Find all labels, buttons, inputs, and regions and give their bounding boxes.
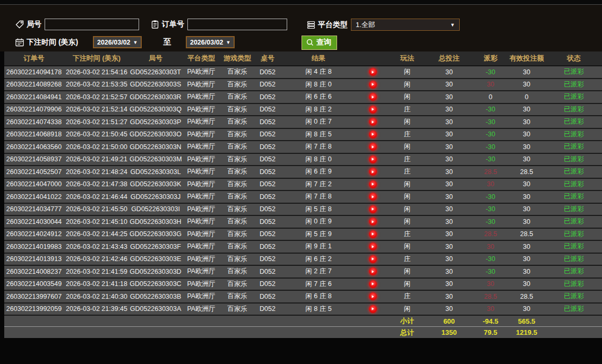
play-type-cell: 闲 — [390, 141, 425, 153]
replay-cell — [356, 128, 390, 141]
video-replay-icon[interactable] — [369, 230, 377, 238]
order-number-cell: 260302214034777 — [4, 203, 64, 216]
bet-time-cell: 2026-03-02 21:51:27 — [64, 116, 130, 128]
round-number-cell: GD0522630303B — [130, 290, 182, 303]
status-cell: 已派彩 — [546, 141, 602, 153]
video-replay-icon[interactable] — [369, 242, 377, 250]
payout-cell: 0 — [474, 91, 508, 103]
total-bet-cell: 30 — [425, 228, 474, 241]
table-row: 260302214030044 2026-03-02 21:45:10 GD05… — [4, 215, 602, 228]
result-cell: 闲 8 庄 2 — [281, 103, 356, 116]
total-bet-cell: 30 — [425, 91, 474, 103]
video-replay-icon[interactable] — [369, 280, 377, 288]
round-input[interactable] — [45, 19, 139, 30]
platform-type-cell: PA欧洲厅 — [182, 91, 221, 103]
valid-bet-cell: 30 — [508, 66, 546, 79]
result-cell: 闲 5 庄 9 — [281, 228, 356, 241]
tag-icon — [15, 20, 24, 29]
round-number-cell: GD0522630303Q — [130, 103, 182, 116]
date-to-picker[interactable]: 2026/03/02 ▼ — [186, 36, 235, 48]
bet-time-cell: 2026-03-02 21:42:46 — [64, 253, 130, 266]
video-replay-icon[interactable] — [369, 118, 377, 126]
video-replay-icon[interactable] — [369, 168, 377, 176]
table-body: 260302214094178 2026-03-02 21:54:16 GD05… — [4, 66, 602, 315]
replay-cell — [356, 278, 390, 291]
platform-select[interactable]: 1.全部 ▼ — [351, 19, 460, 31]
platform-filter-label: 平台类型 — [318, 20, 348, 30]
table-number-cell: D052 — [254, 166, 281, 178]
video-replay-icon[interactable] — [369, 180, 377, 188]
clipboard-icon — [150, 20, 160, 29]
table-row: 260302214089268 2026-03-02 21:53:35 GD05… — [4, 79, 602, 91]
result-cell: 闲 8 庄 5 — [281, 303, 356, 316]
status-cell: 已派彩 — [546, 228, 602, 241]
table-row: 260302214003549 2026-03-02 21:41:18 GD05… — [4, 278, 602, 291]
platform-type-cell: PA欧洲厅 — [182, 278, 221, 291]
platform-type-cell: PA欧洲厅 — [182, 215, 221, 228]
subtotal-label: 小计 — [390, 315, 425, 327]
platform-type-cell: PA欧洲厅 — [182, 79, 221, 91]
video-replay-icon[interactable] — [369, 193, 377, 201]
table-number-cell: D052 — [254, 190, 281, 203]
order-number-cell: 260302214013913 — [4, 253, 64, 266]
calendar-icon — [15, 38, 24, 47]
result-cell: 闲 7 庄 6 — [281, 278, 356, 291]
order-number-cell: 260302214084941 — [4, 91, 64, 103]
result-cell: 闲 6 庄 2 — [281, 253, 356, 266]
round-number-cell: GD0522630303C — [130, 278, 182, 291]
video-replay-icon[interactable] — [369, 305, 377, 313]
round-number-cell: GD0522630303I — [130, 203, 182, 216]
video-replay-icon[interactable] — [369, 81, 377, 89]
round-number-cell: GD0522630303S — [130, 79, 182, 91]
video-replay-icon[interactable] — [369, 131, 377, 138]
video-replay-icon[interactable] — [369, 255, 377, 263]
subtotal-spacer — [4, 315, 390, 327]
chevron-down-icon: ▼ — [450, 22, 455, 28]
status-cell: 已派彩 — [546, 116, 602, 128]
column-header: 平台类型 — [182, 51, 221, 66]
payout-cell: -30 — [474, 128, 508, 141]
platform-type-cell: PA欧洲厅 — [182, 303, 221, 316]
game-type-cell: 百家乐 — [221, 240, 254, 253]
date-from-picker[interactable]: 2026/03/02 ▼ — [93, 36, 142, 48]
play-type-cell: 闲 — [390, 66, 425, 79]
bet-time-cell: 2026-03-02 21:46:44 — [64, 190, 130, 203]
table-row: 260302213997607 2026-03-02 21:40:30 GD05… — [4, 290, 602, 303]
video-replay-icon[interactable] — [369, 218, 377, 226]
video-replay-icon[interactable] — [369, 155, 377, 163]
table-row: 260302214052507 2026-03-02 21:48:24 GD05… — [4, 166, 602, 178]
game-type-cell: 百家乐 — [221, 153, 254, 166]
video-replay-icon[interactable] — [369, 205, 377, 213]
platform-type-cell: PA欧洲厅 — [182, 253, 221, 266]
order-number-cell: 260302214079906 — [4, 103, 64, 116]
table-row: 260302214068918 2026-03-02 21:50:45 GD05… — [4, 128, 602, 141]
video-replay-icon[interactable] — [369, 68, 377, 76]
platform-type-cell: PA欧洲厅 — [182, 116, 221, 128]
platform-type-cell: PA欧洲厅 — [182, 190, 221, 203]
table-number-cell: D052 — [254, 141, 281, 153]
video-replay-icon[interactable] — [369, 267, 377, 275]
game-type-cell: 百家乐 — [221, 303, 254, 316]
order-input[interactable] — [187, 19, 287, 30]
table-row: 260302214094178 2026-03-02 21:54:16 GD05… — [4, 66, 602, 79]
table-number-cell: D052 — [254, 116, 281, 128]
order-number-cell: 260302214003549 — [4, 278, 64, 291]
game-type-cell: 百家乐 — [221, 116, 254, 128]
table-number-cell: D052 — [254, 79, 281, 91]
bet-time-cell: 2026-03-02 21:45:10 — [64, 215, 130, 228]
total-bet-cell: 30 — [425, 240, 474, 253]
video-replay-icon[interactable] — [369, 106, 377, 114]
play-type-cell: 庄 — [390, 128, 425, 141]
round-number-cell: GD0522630303H — [130, 215, 182, 228]
search-icon — [306, 38, 314, 47]
platform-type-cell: PA欧洲厅 — [182, 240, 221, 253]
total-bet-cell: 30 — [425, 265, 474, 278]
platform-type-cell: PA欧洲厅 — [182, 66, 221, 79]
video-replay-icon[interactable] — [369, 93, 377, 101]
video-replay-icon[interactable] — [369, 292, 377, 300]
replay-cell — [356, 253, 390, 266]
column-header: 订单号 — [4, 51, 64, 66]
search-button[interactable]: 查询 — [302, 36, 337, 50]
column-header: 游戏类型 — [221, 51, 254, 66]
video-replay-icon[interactable] — [369, 143, 377, 151]
